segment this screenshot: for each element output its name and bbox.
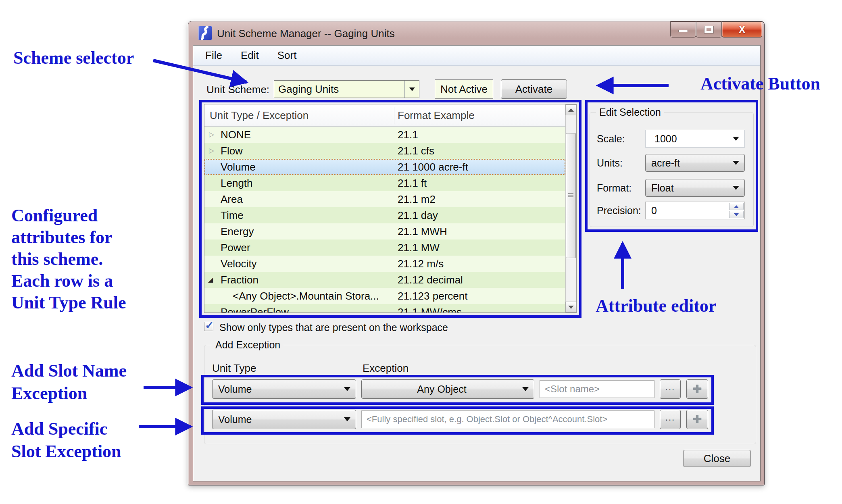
unit-type-column-label: Unit Type <box>212 362 256 375</box>
unit-scheme-value: Gaging Units <box>278 81 403 98</box>
table-row-energy[interactable]: Energy21.1 MWH <box>204 223 565 240</box>
table-row-none[interactable]: ▷NONE21.1 <box>204 127 565 143</box>
minimize-icon <box>678 30 688 32</box>
table-row-any-object-mountain-stora[interactable]: <Any Object>.Mountain Stora...21.123 per… <box>204 288 565 304</box>
format-example-cell: 21.1 <box>398 127 418 143</box>
maximize-button[interactable] <box>696 21 722 37</box>
menu-bar: FileEditSort <box>193 46 760 66</box>
ellipsis-icon: ... <box>665 412 675 426</box>
column-format-example[interactable]: Format Example <box>398 109 475 122</box>
unit-type-cell: Flow <box>221 143 243 159</box>
table-row-fraction[interactable]: ◢Fraction21.12 decimal <box>204 272 565 288</box>
annotation-line: Add Slot Name <box>11 360 127 382</box>
annotation-scheme-selector: Scheme selector <box>13 48 134 68</box>
format-example-cell: 21.1 ft <box>398 175 427 191</box>
table-row-area[interactable]: Area21.1 m2 <box>204 191 565 207</box>
expander-expanded-icon[interactable]: ◢ <box>208 272 213 288</box>
arrow-down-icon <box>568 306 574 309</box>
menu-edit[interactable]: Edit <box>241 49 259 62</box>
chevron-down-icon <box>733 161 739 165</box>
format-combo[interactable]: Float <box>645 179 745 197</box>
workspace-filter-checkbox[interactable]: ✓ <box>204 322 213 331</box>
browse-slot-button-row1[interactable]: ... <box>660 379 681 399</box>
add-exception-title: Add Exception <box>212 339 283 351</box>
chevron-down-icon <box>409 87 415 91</box>
format-combo-label: Format: <box>597 182 632 194</box>
unit-type-value-row2: Volume <box>218 410 338 429</box>
add-exception-button-row2[interactable]: ✚ <box>686 410 708 429</box>
unit-type-combo-row2[interactable]: Volume <box>212 410 356 429</box>
annotation-attribute-editor: Attribute editor <box>596 296 716 316</box>
annotation-line: Each row is a <box>11 270 126 292</box>
expander-collapsed-icon[interactable]: ▷ <box>209 143 214 159</box>
unit-type-cell: NONE <box>221 127 251 143</box>
checkmark-icon: ✓ <box>205 319 214 332</box>
spin-down-button[interactable] <box>729 211 744 218</box>
annotation-add-specific-slot: Add Specific Slot Exception <box>11 418 121 463</box>
status-badge: Not Active <box>435 79 493 99</box>
scrollbar-down-button[interactable] <box>565 302 576 312</box>
format-example-cell: 21.1 day <box>398 207 438 223</box>
arrow-up-icon <box>568 108 574 112</box>
column-divider <box>394 107 394 124</box>
menu-sort[interactable]: Sort <box>277 49 297 62</box>
scrollbar-thumb[interactable] <box>566 133 576 258</box>
activate-button[interactable]: Activate <box>501 79 567 99</box>
maximize-icon <box>704 26 713 33</box>
unit-type-cell: Power <box>221 240 250 256</box>
chevron-down-icon <box>344 417 350 421</box>
unit-type-rules-table[interactable]: Unit Type / Exception Format Example ▷NO… <box>204 104 577 313</box>
unit-type-cell: Fraction <box>221 272 258 288</box>
exception-object-value: Any Object <box>367 380 516 398</box>
close-button[interactable]: Close <box>683 450 751 467</box>
table-row-time[interactable]: Time21.1 day <box>204 207 565 223</box>
unit-type-cell: Volume <box>221 159 256 175</box>
table-row-powerperflow[interactable]: PowerPerFlow21.1 MW/cms <box>204 304 565 312</box>
format-example-cell: 21.1 m2 <box>398 191 436 207</box>
table-row-volume[interactable]: Volume21 1000 acre-ft <box>204 159 565 175</box>
exception-object-combo[interactable]: Any Object <box>361 379 534 399</box>
table-row-power[interactable]: Power21.1 MW <box>204 240 565 256</box>
annotation-activate-button: Activate Button <box>700 73 820 94</box>
combo-value: 1000 <box>654 130 727 147</box>
format-example-cell: 21.1 MW/cms <box>398 304 462 312</box>
precision-spinner[interactable]: 0 <box>645 202 745 219</box>
table-header[interactable]: Unit Type / Exception Format Example <box>204 104 565 127</box>
unit-scheme-label: Unit Scheme: <box>206 83 269 96</box>
unit-type-combo-row1[interactable]: Volume <box>212 379 356 399</box>
combo-value: acre-ft <box>651 154 727 171</box>
table-row-velocity[interactable]: Velocity21.12 m/s <box>204 256 565 272</box>
spin-up-button[interactable] <box>729 203 744 210</box>
menu-file[interactable]: File <box>205 49 222 62</box>
chevron-down-icon <box>733 186 739 190</box>
add-exception-button-row1[interactable]: ✚ <box>686 379 708 399</box>
combo-dropdown-button[interactable] <box>404 81 419 98</box>
unit-scheme-combo[interactable]: Gaging Units <box>274 80 419 98</box>
table-row-length[interactable]: Length21.1 ft <box>204 175 565 191</box>
scale-combo[interactable]: 1000 <box>645 130 745 148</box>
expander-collapsed-icon[interactable]: ▷ <box>209 127 214 143</box>
chevron-down-icon <box>344 387 350 391</box>
fully-specified-slot-input[interactable] <box>361 410 654 428</box>
browse-slot-button-row2[interactable]: ... <box>660 410 681 429</box>
units-combo[interactable]: acre-ft <box>645 154 745 172</box>
combo-value: Float <box>651 179 727 196</box>
arrow-down-icon <box>734 213 739 216</box>
close-window-button[interactable]: X <box>722 21 762 37</box>
minimize-button[interactable] <box>670 21 696 37</box>
scrollbar-up-button[interactable] <box>565 104 576 115</box>
slot-name-input[interactable] <box>540 380 654 398</box>
format-example-cell: 21.123 percent <box>398 288 467 304</box>
arrow-up-icon <box>734 205 739 208</box>
plus-icon: ✚ <box>693 383 702 396</box>
format-example-cell: 21.1 cfs <box>398 143 434 159</box>
spin-value: 0 <box>651 202 657 219</box>
column-unit-type[interactable]: Unit Type / Exception <box>210 109 308 122</box>
table-row-flow[interactable]: ▷Flow21.1 cfs <box>204 143 565 159</box>
annotation-line: Add Specific <box>11 418 121 440</box>
ellipsis-icon: ... <box>665 382 675 396</box>
workspace-filter-label: Show only types that are present on the … <box>219 322 448 333</box>
exception-column-label: Exception <box>363 362 408 375</box>
annotation-line: this scheme. <box>11 248 126 270</box>
annotation-line: Slot Exception <box>11 440 121 463</box>
